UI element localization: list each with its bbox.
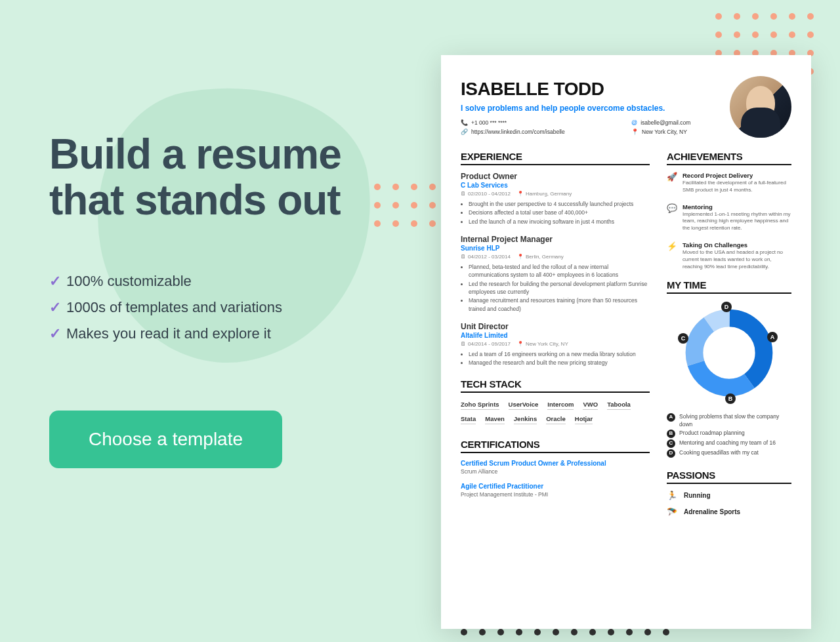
legend-badge: C: [667, 439, 675, 448]
cert-entry: Agile Certified PractitionerProject Mana…: [461, 483, 650, 498]
passion-title: Running: [684, 492, 711, 499]
headline-line-2: that stands out: [49, 176, 341, 224]
job-bullet: Led a team of 16 engineers working on a …: [469, 350, 650, 358]
link-icon: 🔗: [461, 129, 468, 135]
passion-icon: 🏃: [667, 491, 677, 500]
passion-item: 🪂Adrenaline Sports: [667, 507, 791, 517]
achievement-entry: 🚀Record Project DeliveryFacilitated the …: [667, 172, 791, 194]
achievement-entry: ⚡Taking On ChallengesMoved to the USA an…: [667, 241, 791, 270]
choose-template-button[interactable]: Choose a template: [49, 411, 282, 468]
tech-item: Stata: [461, 414, 476, 424]
job-entry: Unit Director Altalife Limited 🗓 04/2014…: [461, 322, 650, 367]
job-entry: Product Owner C Lab Services 🗓 02/2010 -…: [461, 172, 650, 226]
tech-item: Maven: [485, 414, 505, 424]
feature-text: Makes you read it and explore it: [66, 325, 271, 342]
tech-stack-list: Zoho SprintsUserVoiceIntercomVWOTaboolaS…: [461, 399, 650, 424]
resume-preview: ISABELLE TODD I solve problems and help …: [441, 55, 811, 629]
job-bullet: Led the research for building the person…: [469, 280, 650, 296]
legend-badge: D: [667, 449, 675, 458]
phone-icon: 📞: [461, 119, 468, 126]
email-icon: @: [631, 119, 637, 126]
tech-item: VWO: [583, 399, 598, 410]
legend-text: Mentoring and coaching my team of 16: [679, 439, 776, 448]
achievement-title: Mentoring: [682, 203, 791, 211]
job-bullet: Manage recruitment and resources trainin…: [469, 296, 650, 313]
legend-badge: A: [667, 413, 675, 422]
achievement-title: Record Project Delivery: [682, 172, 791, 179]
resume-right-col: ACHIEVEMENTS 🚀Record Project DeliveryFac…: [667, 151, 791, 523]
calendar-icon: 🗓: [461, 254, 466, 260]
section-heading-mytime: MY TIME: [667, 279, 791, 294]
cert-entry: Certified Scrum Product Owner & Professi…: [461, 460, 650, 475]
achievement-desc: Implemented 1-on-1 meeting rhythm within…: [682, 211, 791, 232]
legend-item: BProduct roadmap planning: [667, 430, 791, 438]
contact-phone: +1 000 *** ****: [471, 119, 507, 126]
achievement-icon: 🚀: [667, 172, 676, 194]
legend-badge: B: [667, 430, 675, 438]
feature-list: ✓100% customizable ✓1000s of templates a…: [49, 273, 397, 342]
passion-item: 🏃Running: [667, 491, 791, 500]
tech-item: Oracle: [546, 414, 566, 424]
job-company: Altalife Limited: [461, 332, 650, 339]
tech-item: UserVoice: [509, 399, 539, 410]
cert-title: Certified Scrum Product Owner & Professi…: [461, 460, 650, 467]
feature-text: 100% customizable: [66, 273, 192, 290]
checkmark-icon: ✓: [49, 273, 61, 290]
job-company: Sunrise HLP: [461, 245, 650, 252]
job-bullet: Managed the research and built the new p…: [469, 359, 650, 367]
section-heading-certs: CERTIFICATIONS: [461, 439, 650, 453]
contact-email: isabelle@gmail.com: [640, 119, 690, 126]
section-heading-experience: EXPERIENCE: [461, 151, 650, 165]
chart-legend: ASolving problems that slow the company …: [667, 413, 791, 458]
feature-item: ✓Makes you read it and explore it: [49, 325, 397, 342]
headline: Build a resume that stands out: [49, 131, 397, 224]
job-title: Product Owner: [461, 172, 650, 181]
job-meta: 🗓 02/2010 - 04/2012📍 Hamburg, Germany: [461, 191, 650, 197]
resume-left-col: EXPERIENCE Product Owner C Lab Services …: [461, 151, 650, 523]
section-heading-passions: PASSIONS: [667, 470, 791, 484]
contact-linkedin: https://www.linkedin.com/com/isabelle: [471, 129, 565, 135]
job-title: Unit Director: [461, 322, 650, 331]
feature-item: ✓100% customizable: [49, 273, 397, 290]
calendar-icon: 🗓: [461, 191, 466, 197]
cert-org: Project Management Institute - PMI: [461, 491, 650, 498]
pin-icon: 📍: [517, 254, 524, 260]
section-heading-achievements: ACHIEVEMENTS: [667, 151, 791, 165]
job-bullet: Led the launch of a new invoicing softwa…: [469, 218, 650, 226]
hero-copy: Build a resume that stands out ✓100% cus…: [49, 131, 397, 468]
donut-svg: [683, 307, 775, 399]
tech-item: Zoho Sprints: [461, 399, 499, 410]
job-meta: 🗓 04/2012 - 03/2014📍 Berlin, Germany: [461, 254, 650, 260]
achievement-title: Taking On Challenges: [682, 241, 791, 249]
passion-icon: 🪂: [667, 507, 677, 517]
pin-icon: 📍: [517, 341, 524, 347]
avatar: [730, 76, 791, 138]
achievement-icon: ⚡: [667, 241, 676, 270]
job-bullet: Decisions affected a total user base of …: [469, 209, 650, 216]
legend-item: CMentoring and coaching my team of 16: [667, 439, 791, 448]
job-bullet: Planned, beta-tested and led the rollout…: [469, 263, 650, 279]
calendar-icon: 🗓: [461, 341, 466, 347]
achievement-desc: Moved to the USA and headed a project no…: [682, 249, 791, 270]
cert-title: Agile Certified Practitioner: [461, 483, 650, 490]
feature-text: 1000s of templates and variations: [66, 299, 282, 316]
tech-item: Intercom: [547, 399, 574, 410]
time-donut-chart: A B C D: [677, 300, 782, 405]
achievement-desc: Facilitated the development of a full-fe…: [682, 180, 791, 194]
legend-item: DCooking quesadillas with my cat: [667, 449, 791, 458]
legend-item: ASolving problems that slow the company …: [667, 413, 791, 428]
passion-title: Adrenaline Sports: [684, 508, 740, 515]
pin-icon: 📍: [517, 191, 524, 197]
job-entry: Internal Project Manager Sunrise HLP 🗓 0…: [461, 235, 650, 313]
contact-location: New York City, NY: [642, 129, 687, 135]
section-heading-tech: TECH STACK: [461, 378, 650, 393]
feature-item: ✓1000s of templates and variations: [49, 299, 397, 316]
achievement-entry: 💬MentoringImplemented 1-on-1 meeting rhy…: [667, 203, 791, 232]
pin-icon: 📍: [631, 129, 639, 135]
achievement-icon: 💬: [667, 203, 676, 232]
checkmark-icon: ✓: [49, 325, 61, 342]
checkmark-icon: ✓: [49, 299, 61, 316]
legend-text: Solving problems that slow the company d…: [679, 413, 791, 428]
job-bullet: Brought in the user perspective to 4 suc…: [469, 200, 650, 208]
job-company: C Lab Services: [461, 182, 650, 189]
